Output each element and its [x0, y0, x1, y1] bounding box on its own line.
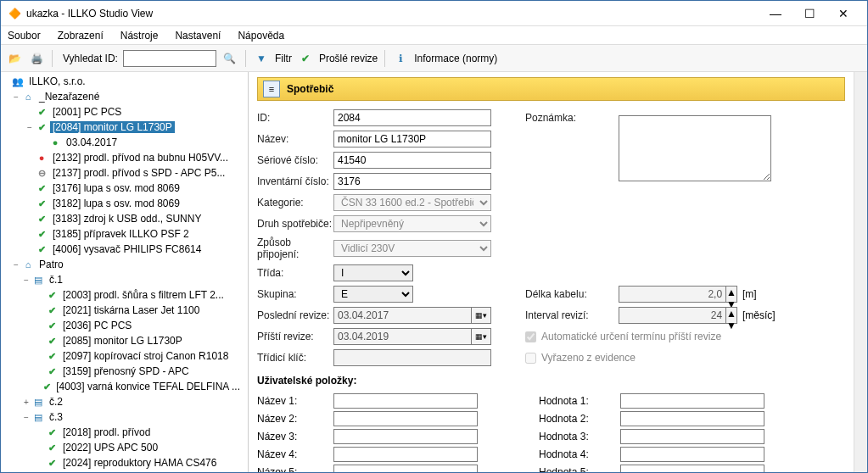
- user-name-label: Název 5:: [257, 466, 328, 473]
- user-value-input[interactable]: [620, 393, 764, 409]
- toolbar: 📂 🖨️ Vyhledat ID: 🔍 ▼ Filtr ✔ Prošlé rev…: [1, 45, 867, 72]
- cable-unit: [m]: [737, 288, 771, 300]
- user-value-input[interactable]: [620, 465, 764, 473]
- user-name-input[interactable]: [333, 429, 478, 444]
- tree-item[interactable]: ✔ [2085] monitor LG L1730P: [1, 333, 248, 348]
- info-icon[interactable]: ℹ: [392, 50, 409, 67]
- user-name-input[interactable]: [333, 411, 478, 426]
- user-value-input[interactable]: [620, 429, 764, 444]
- select-class[interactable]: I: [333, 264, 413, 281]
- label-class: Třída:: [257, 267, 333, 279]
- calendar-icon[interactable]: ▦▾: [472, 328, 491, 345]
- tree-item[interactable]: ✔ [4006] vysavač PHILIPS FC8614: [1, 242, 248, 257]
- select-group[interactable]: E: [333, 286, 413, 303]
- input-sortkey[interactable]: [333, 349, 491, 366]
- tree-item[interactable]: ✔ [4003] varná konvice TEFAL DELFINA ...: [1, 379, 248, 394]
- input-name[interactable]: [333, 131, 491, 147]
- user-name-input[interactable]: [333, 447, 478, 462]
- tree-item[interactable]: ✔ [2036] PC PCS: [1, 318, 248, 333]
- label-category: Kategorie:: [257, 197, 333, 209]
- label-note: Poznámka:: [525, 112, 619, 124]
- past-revisions-icon[interactable]: ✔: [297, 50, 314, 67]
- detail-panel: ≡ Spotřebič ID: Poznámka: Název: Sériové…: [249, 72, 854, 472]
- menu-tools[interactable]: Nástroje: [117, 28, 162, 43]
- window-title: ukazka - ILLKO Studio View: [26, 8, 759, 19]
- input-serial[interactable]: [333, 152, 491, 169]
- filter-label[interactable]: Filtr: [275, 53, 292, 64]
- tree-item[interactable]: ✔ [2024] reproduktory HAMA CS476: [1, 455, 248, 470]
- user-row: Název 5: Hodnota 5:: [257, 463, 845, 472]
- input-id[interactable]: [333, 109, 491, 126]
- tree-item[interactable]: ✔ [3182] lupa s osv. mod 8069: [1, 196, 248, 211]
- textarea-note[interactable]: [619, 115, 771, 181]
- input-interval[interactable]: [619, 307, 726, 324]
- input-inv[interactable]: [333, 173, 491, 190]
- titlebar: 🔶 ukazka - ILLKO Studio View — ☐ ✕: [1, 1, 867, 26]
- user-row: Název 3: Hodnota 3:: [257, 427, 845, 445]
- tree-item[interactable]: ⊖ [2137] prodl. přívod s SPD - APC P5...: [1, 165, 248, 181]
- tree-item[interactable]: ✔ [2018] prodl. přívod: [1, 425, 248, 440]
- close-button[interactable]: ✕: [826, 3, 860, 24]
- tree-item[interactable]: ✔ [3185] přípravek ILLKO PSF 2: [1, 226, 248, 242]
- print-icon[interactable]: 🖨️: [28, 50, 45, 67]
- label-serial: Sériové číslo:: [257, 154, 333, 166]
- label-type: Druh spotřebiče:: [257, 218, 333, 230]
- tree-item[interactable]: −✔ [2084] monitor LG L1730P: [1, 120, 248, 135]
- tree-item[interactable]: ✔ [2021] tiskárna Laser Jet 1100: [1, 303, 248, 318]
- user-value-input[interactable]: [620, 411, 764, 426]
- tree-floor[interactable]: −⌂ Patro: [1, 257, 248, 272]
- tree-room1[interactable]: −▤ č.1: [1, 272, 248, 287]
- interval-spinner[interactable]: ▲▼: [726, 307, 737, 324]
- tree-item[interactable]: ✔ [3176] lupa s osv. mod 8069: [1, 181, 248, 196]
- cable-spinner[interactable]: ▲▼: [726, 286, 737, 303]
- tree-room2[interactable]: +▤ č.2: [1, 394, 248, 409]
- tree-item[interactable]: ● [2132] prodl. přívod na bubnu H05VV...: [1, 150, 248, 165]
- filter-icon[interactable]: ▼: [253, 50, 270, 67]
- input-next-revision[interactable]: [333, 328, 472, 345]
- minimize-button[interactable]: —: [759, 3, 792, 24]
- tree-item-date[interactable]: ● 03.04.2017: [1, 135, 248, 150]
- user-name-label: Název 4:: [257, 448, 328, 460]
- tree-unsorted[interactable]: −⌂ _Nezařazené: [1, 89, 248, 104]
- menu-settings[interactable]: Nastavení: [171, 28, 224, 43]
- maximize-button[interactable]: ☐: [792, 3, 826, 24]
- user-name-label: Název 3:: [257, 431, 328, 442]
- menu-file[interactable]: Soubor: [4, 28, 44, 43]
- detail-scrollbar[interactable]: [854, 72, 867, 472]
- search-icon[interactable]: 🔍: [221, 50, 238, 67]
- user-name-input[interactable]: [333, 465, 478, 473]
- calendar-icon[interactable]: ▦▾: [472, 307, 491, 324]
- interval-unit: [měsíc]: [737, 309, 771, 321]
- tree-room3[interactable]: −▤ č.3: [1, 409, 248, 425]
- search-input[interactable]: [123, 50, 216, 67]
- info-label[interactable]: Informace (normy): [414, 53, 497, 64]
- user-value-input[interactable]: [620, 447, 764, 462]
- tree-item[interactable]: ✔ [2003] prodl. šňůra s filtrem LFT 2...: [1, 287, 248, 303]
- tree-item[interactable]: ✔ [2097] kopírovací stroj Canon R1018: [1, 348, 248, 364]
- checkbox-discarded: [525, 353, 536, 364]
- user-value-label: Hodnota 2:: [539, 413, 615, 425]
- tree-root[interactable]: 👥 ILLKO, s.r.o.: [1, 74, 248, 89]
- label-id: ID:: [257, 112, 333, 124]
- tree-item[interactable]: ✔ [2022] UPS APC 500: [1, 440, 248, 455]
- input-cable[interactable]: [619, 286, 726, 303]
- menu-help[interactable]: Nápověda: [234, 28, 288, 43]
- menu-view[interactable]: Zobrazení: [54, 28, 107, 43]
- tree-item[interactable]: ✔ [3183] zdroj k USB odd., SUNNY: [1, 211, 248, 226]
- user-name-label: Název 1:: [257, 395, 328, 407]
- search-label: Vyhledat ID:: [63, 53, 118, 64]
- label-cable: Délka kabelu:: [525, 288, 619, 300]
- user-name-input[interactable]: [333, 393, 478, 409]
- app-icon: 🔶: [8, 7, 21, 20]
- open-icon[interactable]: 📂: [6, 50, 23, 67]
- tree-item[interactable]: ✔ [2070] tiskárna HP LJ1320: [1, 470, 248, 472]
- tree-panel[interactable]: 👥 ILLKO, s.r.o. −⌂ _Nezařazené ✔ [2001] …: [1, 72, 249, 472]
- label-next: Příští revize:: [257, 331, 333, 342]
- user-row: Název 4: Hodnota 4:: [257, 445, 845, 463]
- tree-item[interactable]: ✔ [3159] přenosný SPD - APC: [1, 364, 248, 379]
- input-last-revision[interactable]: [333, 307, 472, 324]
- tree-item[interactable]: ✔ [2001] PC PCS: [1, 104, 248, 120]
- select-conn: Vidlicí 230V: [333, 240, 491, 257]
- past-revisions-label[interactable]: Prošlé revize: [319, 53, 378, 64]
- user-section-title: Uživatelské položky:: [257, 375, 845, 387]
